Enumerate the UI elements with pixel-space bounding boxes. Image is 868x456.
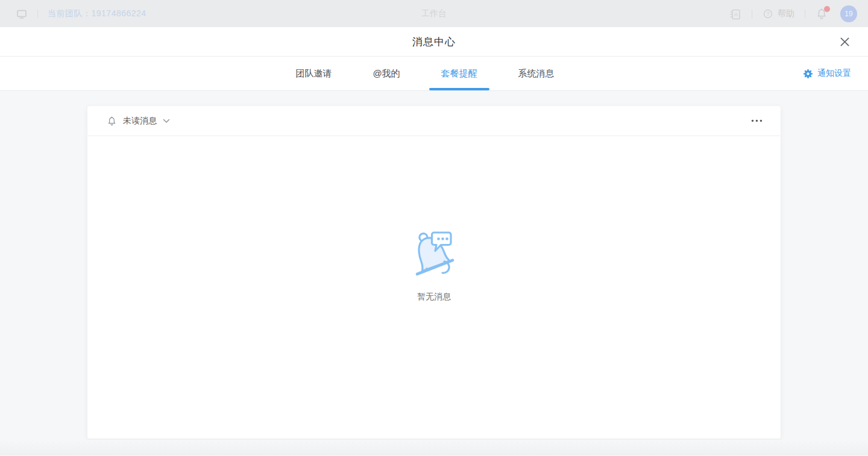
chevron-down-icon	[163, 119, 170, 123]
drawer-body: 未读消息	[0, 91, 868, 455]
help-label: 帮助	[778, 8, 794, 19]
notifications-bell-button[interactable]	[816, 8, 828, 20]
unread-badge-dot	[824, 6, 830, 12]
unread-filter-dropdown[interactable]: 未读消息	[107, 116, 170, 126]
messages-panel: 未读消息	[87, 106, 781, 439]
tab-system-messages[interactable]: 系统消息	[518, 57, 555, 90]
notification-settings-label: 通知设置	[817, 68, 851, 79]
close-button[interactable]	[835, 33, 854, 51]
current-team-label[interactable]: 当前团队：19174866224	[48, 8, 146, 19]
help-icon: ?	[763, 8, 773, 19]
tabs-bar: 团队邀请 @我的 套餐提醒 系统消息	[0, 57, 868, 91]
bell-icon	[107, 116, 117, 126]
monitor-icon[interactable]	[16, 8, 28, 20]
drawer-header: 消息中心	[0, 27, 868, 57]
tabs: 团队邀请 @我的 套餐提醒 系统消息	[295, 57, 572, 90]
contacts-icon[interactable]: A	[729, 8, 741, 20]
message-center-drawer: 消息中心 团队邀请 @我的 套餐提醒 系统消息	[0, 27, 868, 455]
svg-text:?: ?	[766, 11, 769, 17]
tab-underline	[429, 88, 489, 90]
gear-icon	[803, 69, 813, 79]
bottom-overlay-band	[0, 440, 868, 455]
topbar-right: A ? 帮助 19	[729, 5, 857, 22]
divider	[752, 10, 752, 18]
tab-mentions[interactable]: @我的	[373, 57, 400, 90]
divider	[37, 10, 38, 18]
topbar-left: 当前团队：19174866224	[16, 8, 146, 20]
tab-team-invites[interactable]: 团队邀请	[295, 57, 332, 90]
filter-label: 未读消息	[123, 116, 157, 126]
page-title: 消息中心	[412, 35, 456, 49]
divider	[805, 10, 805, 18]
close-icon	[840, 37, 850, 47]
empty-bell-illustration	[406, 225, 462, 281]
help-button[interactable]: ? 帮助	[763, 8, 794, 19]
empty-state-text: 暂无消息	[417, 292, 451, 302]
notification-settings-button[interactable]: 通知设置	[803, 57, 851, 90]
more-icon	[751, 119, 763, 122]
topbar: 当前团队：19174866224 工作台 A ? 帮助	[0, 0, 868, 27]
svg-text:A: A	[734, 11, 738, 17]
avatar[interactable]: 19	[840, 5, 857, 22]
panel-header: 未读消息	[87, 106, 781, 136]
tab-plan-reminders[interactable]: 套餐提醒	[441, 57, 477, 90]
more-actions-button[interactable]	[750, 116, 764, 126]
empty-state: 暂无消息	[87, 225, 781, 302]
